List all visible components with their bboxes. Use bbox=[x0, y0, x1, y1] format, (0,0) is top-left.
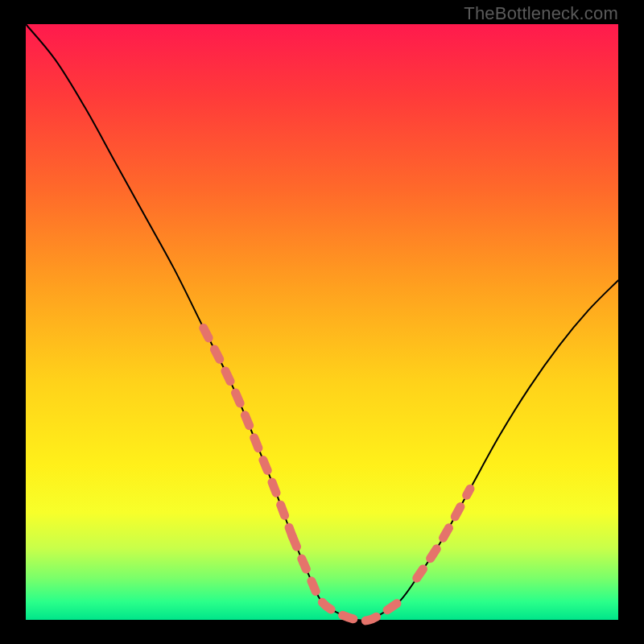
chart-frame: TheBottleneck.com bbox=[0, 0, 644, 644]
watermark-text: TheBottleneck.com bbox=[464, 3, 618, 24]
highlight-segment-1 bbox=[292, 536, 398, 621]
bottleneck-curve-chart bbox=[0, 0, 644, 644]
highlight-dashes bbox=[204, 328, 470, 621]
curve-line bbox=[26, 24, 618, 621]
highlight-segment-0 bbox=[204, 328, 292, 536]
